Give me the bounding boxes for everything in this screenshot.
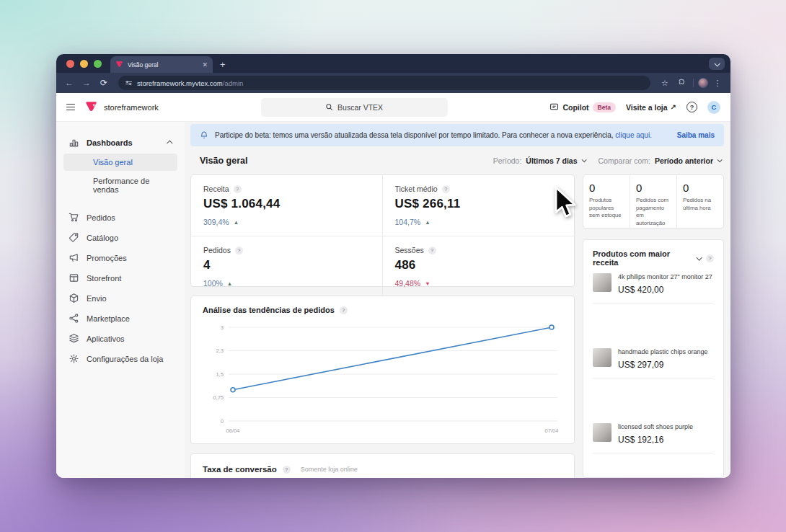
quick-stats-card: 0 Produtos populares sem estoque 0 Pedid… (583, 174, 724, 229)
svg-text:07/04: 07/04 (545, 427, 559, 434)
chart-title: Análise das tendências de pedidos (203, 306, 335, 314)
menu-hamburger-icon[interactable] (66, 104, 75, 110)
info-icon[interactable]: ? (235, 247, 243, 254)
period-label: Período: (493, 156, 522, 165)
list-item[interactable]: handmade plastic chips orange US$ 297,09 (593, 342, 714, 417)
sidebar-item-catalogo[interactable]: Catálogo (63, 229, 177, 247)
search-input[interactable]: Buscar VTEX (261, 98, 448, 117)
tab-close-icon[interactable]: ✕ (202, 61, 208, 68)
site-settings-icon[interactable] (125, 81, 132, 85)
metric-sessoes: Sessões? 486 49,48%▼ (383, 236, 575, 297)
minimize-window-button[interactable] (80, 60, 88, 68)
sidebar-item-marketplace[interactable]: Marketplace (63, 309, 177, 327)
sidebar-item-aplicativos[interactable]: Aplicativos (63, 329, 177, 347)
bookmark-star-icon[interactable]: ☆ (658, 79, 672, 88)
banner-saiba-mais-link[interactable]: Saiba mais (677, 131, 715, 139)
toolbar-actions: ☆ ⋮ (658, 78, 725, 88)
sidebar-item-configuracoes[interactable]: Configurações da loja (63, 350, 177, 368)
main-content: Participe do beta: temos uma versão atua… (185, 122, 730, 478)
list-item[interactable]: 4k philips monitor 27" monitor 27 US$ 42… (593, 267, 714, 342)
product-name: licensed soft shoes purple (618, 423, 693, 432)
bell-icon (200, 130, 208, 140)
vtex-favicon (115, 61, 123, 68)
new-tab-button[interactable]: + (213, 59, 234, 73)
compare-select[interactable]: Período anterior (655, 156, 721, 165)
browser-menu-icon[interactable]: ⋮ (710, 79, 725, 88)
info-icon[interactable]: ? (283, 466, 291, 474)
top-products-title: Produtos com maior receita (593, 249, 692, 267)
external-link-icon: ↗ (671, 103, 676, 111)
svg-text:0,75: 0,75 (213, 394, 224, 401)
search-icon (325, 103, 333, 111)
apps-layers-icon (69, 333, 79, 344)
trend-arrow-icon: ▲ (234, 219, 239, 226)
info-icon[interactable]: ? (340, 306, 348, 314)
list-item[interactable]: licensed soft shoes purple US$ 192,16 (593, 417, 714, 478)
orders-trend-chart: 00,751,52,3306/0407/04 (203, 317, 562, 438)
svg-text:0: 0 (221, 418, 224, 425)
metric-receita: Receita? US$ 1.064,44 309,4%▲ (191, 175, 383, 236)
stat-pedidos-ultima-hora: 0 Pedidos na última hora (677, 175, 723, 228)
user-avatar[interactable]: C (707, 101, 720, 114)
trend-arrow-icon: ▲ (425, 219, 430, 226)
toolbar-divider (693, 79, 694, 87)
extensions-icon[interactable] (674, 79, 689, 88)
info-icon[interactable]: ? (234, 185, 242, 193)
info-icon[interactable]: ? (442, 185, 450, 193)
forward-icon[interactable]: → (79, 78, 94, 88)
beta-banner: Participe do beta: temos uma versão atua… (190, 124, 724, 146)
catalog-tag-icon (69, 232, 79, 243)
browser-tab[interactable]: Visão geral ✕ (110, 56, 213, 73)
compare-label: Comparar com: (599, 156, 650, 165)
shipping-box-icon (69, 293, 79, 303)
svg-text:3: 3 (221, 324, 224, 331)
sidebar-item-envio[interactable]: Envio (63, 289, 177, 307)
product-thumbnail (593, 348, 611, 367)
sidebar-item-promocoes[interactable]: Promoções (63, 249, 177, 267)
copilot-button[interactable]: Copilot Beta (549, 102, 616, 112)
page-title: Visão geral (200, 156, 493, 166)
marketplace-share-icon (69, 313, 79, 324)
account-name: storeframework (104, 103, 159, 112)
tab-list-chevron-button[interactable] (709, 58, 725, 70)
product-price: US$ 297,09 (618, 360, 708, 370)
chevron-down-icon[interactable] (697, 254, 702, 260)
settings-gear-icon (69, 353, 79, 364)
info-icon[interactable]: ? (428, 247, 436, 254)
chevron-up-icon (167, 140, 172, 146)
product-name: handmade plastic chips orange (618, 348, 708, 357)
tab-title: Visão geral (128, 61, 198, 68)
metric-delta: 100%▲ (203, 279, 370, 288)
metric-value: US$ 1.064,44 (203, 197, 370, 211)
browser-profile-avatar[interactable] (698, 78, 708, 88)
browser-tabstrip: Visão geral ✕ + (56, 54, 730, 73)
product-thumbnail (593, 273, 611, 292)
sidebar-item-pedidos[interactable]: Pedidos (63, 208, 177, 226)
zoom-window-button[interactable] (94, 60, 102, 68)
address-bar[interactable]: storeframework.myvtex.com/admin (118, 76, 650, 90)
search-placeholder: Buscar VTEX (337, 103, 383, 112)
product-price: US$ 420,00 (618, 285, 712, 295)
metric-delta: 309,4%▲ (203, 218, 370, 226)
back-icon[interactable]: ← (62, 78, 76, 88)
period-select[interactable]: Últimos 7 dias (526, 156, 585, 165)
banner-inline-link[interactable]: clique aqui. (615, 131, 652, 139)
help-icon[interactable]: ? (686, 102, 697, 112)
storefront-layout-icon (69, 272, 79, 283)
window-controls (56, 54, 110, 73)
info-icon[interactable]: ? (706, 254, 714, 262)
close-window-button[interactable] (66, 60, 74, 68)
sidebar-item-visao-geral[interactable]: Visão geral (63, 154, 177, 171)
sidebar-item-performance-de-vendas[interactable]: Performance de vendas (63, 172, 177, 198)
reload-icon[interactable]: ⟳ (97, 78, 111, 88)
metric-value: US$ 266,11 (395, 197, 562, 211)
promotions-megaphone-icon (69, 252, 79, 263)
sidebar: Dashboards Visão geral Performance de ve… (56, 122, 185, 478)
dashboards-icon (69, 137, 79, 148)
copilot-chat-icon (549, 102, 559, 112)
visit-store-link[interactable]: Visite a loja ↗ (626, 103, 676, 112)
sidebar-item-dashboards[interactable]: Dashboards (63, 133, 177, 151)
metric-delta: 49,48%▼ (395, 279, 562, 288)
metric-pedidos: Pedidos? 4 100%▲ (191, 236, 383, 297)
sidebar-item-storefront[interactable]: Storefront (63, 269, 177, 287)
